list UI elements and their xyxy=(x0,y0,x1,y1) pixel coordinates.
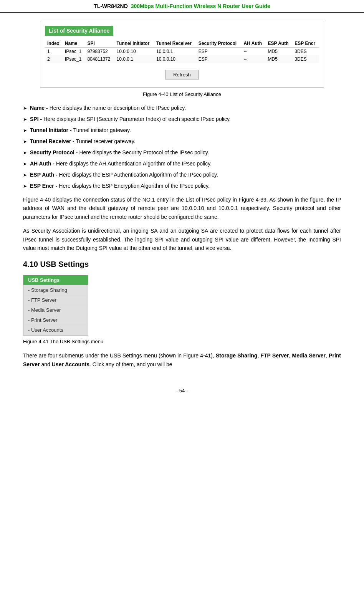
final-paragraph: There are four submenus under the USB Se… xyxy=(23,351,341,369)
table-column-header: SPI xyxy=(85,40,114,48)
usb-menu-subitem[interactable]: - FTP Server xyxy=(23,295,88,305)
list-item: AH Auth -Here displays the AH Authentica… xyxy=(23,160,341,168)
table-cell: 10.0.0.10 xyxy=(114,48,154,56)
field-label: Tunnel Initiator - xyxy=(30,126,72,134)
body-paragraph: Figure 4-40 displays the connection stat… xyxy=(23,195,341,221)
section-heading-usb: 4.10 USB Settings xyxy=(23,260,341,269)
list-item: Security Protocol -Here displays the Sec… xyxy=(23,149,341,157)
table-cell: ESP xyxy=(196,48,242,56)
table-cell: 10.0.0.10 xyxy=(154,55,196,63)
table-cell: ESP xyxy=(196,55,242,63)
list-item: SPI -Here displays the SPI (Security Par… xyxy=(23,115,341,123)
field-description: Here displays the ESP Authentication Alg… xyxy=(59,171,218,179)
figure-caption-sa: Figure 4-40 List of Security Alliance xyxy=(23,91,341,97)
table-column-header: Name xyxy=(63,40,85,48)
field-description: Here displays the ESP Encryption Algorit… xyxy=(59,182,209,190)
table-cell: IPsec_1 xyxy=(63,55,85,63)
table-column-header: ESP Encr xyxy=(292,40,319,48)
usb-figure-wrap: USB Settings- Storage Sharing- FTP Serve… xyxy=(23,275,341,344)
usb-menu-header[interactable]: USB Settings xyxy=(23,275,88,285)
usb-menu-subitem[interactable]: - User Accounts xyxy=(23,325,88,335)
field-label: Tunnel Receiver - xyxy=(30,137,74,146)
table-column-header: Security Protocol xyxy=(196,40,242,48)
security-alliance-figure: List of Security Alliance IndexNameSPITu… xyxy=(40,21,324,88)
field-label: ESP Encr - xyxy=(30,182,57,190)
table-cell: IPsec_1 xyxy=(63,48,85,56)
table-cell: 2 xyxy=(45,55,63,63)
model-name: TL-WR842ND xyxy=(94,3,128,9)
body-paragraph: As Security Association is unidirectiona… xyxy=(23,227,341,252)
field-description: Here displays the SPI (Security Paramete… xyxy=(43,115,231,123)
table-row: 2IPsec_180481137210.0.0.110.0.0.10ESP--M… xyxy=(45,55,319,63)
list-item: ESP Auth -Here displays the ESP Authenti… xyxy=(23,171,341,179)
usb-menu-subitem[interactable]: - Storage Sharing xyxy=(23,285,88,295)
table-cell: MD5 xyxy=(266,48,293,56)
table-column-header: ESP Auth xyxy=(266,40,293,48)
field-label: Name - xyxy=(30,104,48,112)
field-description: Tunnel receiver gateway. xyxy=(76,137,136,146)
table-cell: 3DES xyxy=(292,55,319,63)
highlight-ftp-server: FTP Server xyxy=(261,352,289,359)
usb-menu-subitem[interactable]: - Media Server xyxy=(23,305,88,315)
highlight-user-accounts: User Accounts xyxy=(52,361,89,367)
usb-menu-subitem[interactable]: - Print Server xyxy=(23,315,88,325)
usb-menu-box: USB Settings- Storage Sharing- FTP Serve… xyxy=(23,275,88,336)
list-item: Tunnel Receiver -Tunnel receiver gateway… xyxy=(23,137,341,146)
page-subtitle: 300Mbps Multi-Function Wireless N Router… xyxy=(131,3,270,9)
field-label: AH Auth - xyxy=(30,160,55,168)
table-column-header: AH Auth xyxy=(242,40,266,48)
figure-box-title: List of Security Alliance xyxy=(45,26,113,36)
field-description: Here displays the Security Protocol of t… xyxy=(79,149,209,157)
table-cell: 1 xyxy=(45,48,63,56)
list-item: Tunnel Initiator -Tunnel initiator gatew… xyxy=(23,126,341,134)
table-cell: -- xyxy=(242,48,266,56)
table-cell: 97983752 xyxy=(85,48,114,56)
table-cell: 10.0.0.1 xyxy=(154,48,196,56)
table-cell: 10.0.0.1 xyxy=(114,55,154,63)
field-description: Tunnel initiator gateway. xyxy=(73,126,131,134)
page-header: TL-WR842ND 300Mbps Multi-Function Wirele… xyxy=(0,0,364,13)
refresh-button[interactable]: Refresh xyxy=(165,70,199,79)
table-cell: -- xyxy=(242,55,266,63)
table-cell: 3DES xyxy=(292,48,319,56)
table-column-header: Index xyxy=(45,40,63,48)
table-cell: MD5 xyxy=(266,55,293,63)
field-label: ESP Auth - xyxy=(30,171,58,179)
table-column-header: Tunnel Initiator xyxy=(114,40,154,48)
section-title: USB Settings xyxy=(40,260,89,268)
field-description: Here displays the name or description of… xyxy=(50,104,186,112)
figure-caption-usb: Figure 4-41 The USB Settings menu xyxy=(23,339,341,344)
list-item: Name -Here displays the name or descript… xyxy=(23,104,341,112)
page-footer: - 54 - xyxy=(0,382,364,397)
section-number: 4.10 xyxy=(23,260,38,268)
field-label: SPI - xyxy=(30,115,42,123)
table-cell: 804811372 xyxy=(85,55,114,63)
field-description: Here displays the AH Authentication Algo… xyxy=(56,160,212,168)
page-number: - 54 - xyxy=(176,388,188,394)
table-column-header: Tunnel Receiver xyxy=(154,40,196,48)
field-label: Security Protocol - xyxy=(30,149,78,157)
highlight-storage-sharing: Storage Sharing xyxy=(216,352,257,359)
security-alliance-table: IndexNameSPITunnel InitiatorTunnel Recei… xyxy=(45,40,319,63)
highlight-media-server: Media Server xyxy=(292,352,326,359)
list-item: ESP Encr -Here displays the ESP Encrypti… xyxy=(23,182,341,190)
field-description-list: Name -Here displays the name or descript… xyxy=(23,104,341,190)
table-row: 1IPsec_19798375210.0.0.1010.0.0.1ESP--MD… xyxy=(45,48,319,56)
